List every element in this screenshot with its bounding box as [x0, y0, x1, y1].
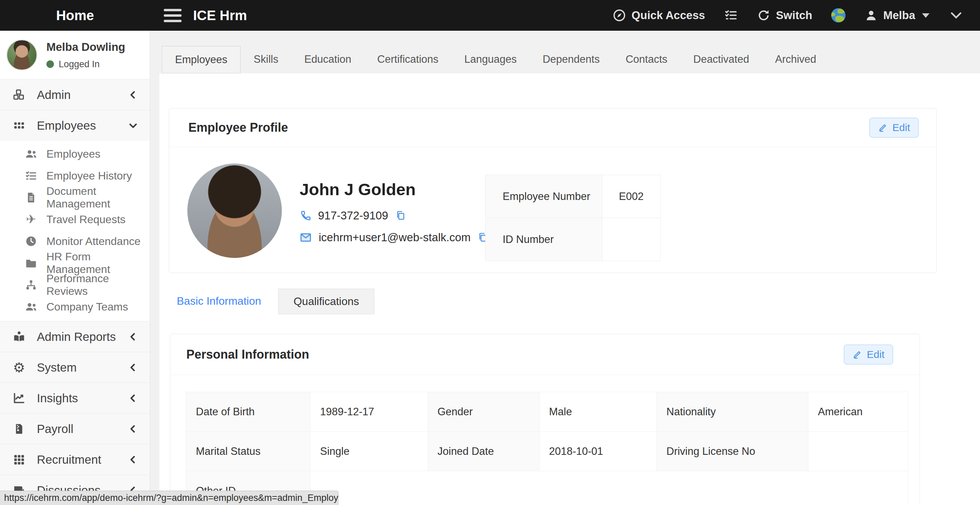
sidebar-item-travel-requests[interactable]: ✈ Travel Requests — [0, 209, 150, 230]
compass-icon — [612, 8, 626, 22]
home-link[interactable]: Home — [0, 8, 150, 23]
field-label: Joined Date — [428, 432, 539, 471]
top-navbar: Home ICE Hrm Quick Access Switch Melba — [0, 0, 980, 31]
sidebar-item-employees[interactable]: Employees — [0, 143, 150, 165]
pencil-icon — [878, 123, 888, 132]
field-value: Single — [310, 432, 428, 471]
field-value — [808, 432, 908, 471]
sidebar-item-monitor-attendance[interactable]: Monitor Attendance — [0, 230, 150, 252]
phone-icon — [300, 210, 311, 221]
file-icon — [24, 192, 38, 203]
language-globe-icon[interactable] — [831, 8, 846, 22]
sidebar-section-label: Employees — [37, 119, 96, 132]
field-value: 1989-12-17 — [310, 392, 428, 432]
detail-subtabs: Basic Information Qualifications — [162, 289, 980, 314]
user-menu[interactable]: Melba — [865, 9, 929, 22]
module-tabs: Employees Skills Education Certification… — [162, 46, 980, 73]
sidebar-section-insights[interactable]: Insights — [0, 383, 150, 414]
field-label: Marital Status — [186, 432, 310, 471]
switch-user-button[interactable]: Switch — [757, 8, 812, 22]
tab-skills[interactable]: Skills — [240, 46, 291, 73]
sidebar-item-employee-history[interactable]: Employee History — [0, 165, 150, 186]
sidebar-section-admin-reports[interactable]: Admin Reports — [0, 322, 150, 352]
field-value: 2018-10-01 — [539, 432, 657, 471]
copy-phone-icon[interactable] — [395, 210, 406, 221]
employee-profile-title: Employee Profile — [188, 121, 288, 135]
book-reader-icon — [11, 330, 27, 343]
gears-icon: ⚙ — [11, 361, 27, 374]
tab-education[interactable]: Education — [291, 46, 364, 73]
personal-information-edit-button[interactable]: Edit — [844, 345, 893, 365]
payroll-file-icon — [11, 423, 27, 435]
subtab-basic-information[interactable]: Basic Information — [162, 289, 276, 314]
hamburger-menu-icon[interactable] — [164, 9, 181, 22]
sidebar-section-admin[interactable]: Admin — [0, 80, 150, 110]
employee-email[interactable]: icehrm+user1@web-stalk.com — [319, 231, 471, 244]
sidebar-item-performance-reviews[interactable]: Performance Reviews — [0, 274, 150, 296]
app-title: ICE Hrm — [193, 8, 247, 23]
sidebar-section-label: System — [37, 361, 77, 374]
field-label: Employee Number — [485, 175, 602, 218]
user-icon — [865, 9, 878, 22]
chevron-left-icon — [128, 332, 138, 342]
username-label: Melba — [883, 9, 915, 22]
plane-icon: ✈ — [24, 213, 38, 226]
chevron-left-icon — [128, 362, 138, 373]
employees-submenu: Employees Employee History Document Mana… — [0, 141, 150, 322]
personal-information-card: Personal Information Edit Date of Birth … — [170, 334, 920, 505]
sidebar-section-payroll[interactable]: Payroll — [0, 414, 150, 444]
status-url: https://icehrm.com/app/demo-icehrm/?g=ad… — [4, 493, 339, 503]
employee-phone[interactable]: 917-372-9109 — [318, 209, 388, 222]
sidebar-section-label: Insights — [37, 391, 78, 405]
subtab-qualifications[interactable]: Qualifications — [278, 289, 374, 314]
chevron-left-icon — [128, 454, 138, 465]
field-value: E002 — [602, 175, 660, 218]
sidebar-section-system[interactable]: ⚙ System — [0, 352, 150, 383]
online-status-dot — [46, 61, 54, 68]
user-avatar — [6, 39, 38, 71]
chevron-left-icon — [128, 424, 138, 434]
content-panel: Employee Profile Edit John J Golden 917-… — [159, 73, 980, 505]
tab-languages[interactable]: Languages — [452, 46, 530, 73]
tab-deactivated[interactable]: Deactivated — [680, 46, 762, 73]
sidebar-section-employees[interactable]: Employees — [0, 110, 150, 141]
tasks-button[interactable] — [724, 8, 738, 22]
tab-certifications[interactable]: Certifications — [364, 46, 452, 73]
list-check-icon — [24, 170, 38, 182]
cubes-icon — [11, 88, 27, 102]
clock-icon — [24, 235, 38, 247]
field-label: Gender — [428, 392, 539, 432]
tab-contacts[interactable]: Contacts — [612, 46, 680, 73]
grid-icon — [11, 119, 27, 132]
employee-name: John J Golden — [300, 180, 415, 199]
field-value: Male — [539, 392, 657, 432]
sidebar-section-label: Recruitment — [37, 453, 101, 467]
employee-photo — [187, 163, 282, 258]
chevron-left-icon — [128, 90, 138, 100]
email-icon — [300, 231, 312, 244]
users-icon — [24, 147, 38, 160]
tab-dependents[interactable]: Dependents — [530, 46, 612, 73]
quick-access-button[interactable]: Quick Access — [612, 8, 705, 22]
field-value: American — [808, 392, 908, 432]
user-fullname: Melba Dowling — [46, 41, 125, 54]
sidebar-item-hr-form-management[interactable]: HR Form Management — [0, 252, 150, 274]
tab-employees[interactable]: Employees — [162, 46, 240, 73]
sidebar-item-document-management[interactable]: Document Management — [0, 186, 150, 209]
sidebar-section-recruitment[interactable]: Recruitment — [0, 444, 150, 475]
employee-profile-edit-button[interactable]: Edit — [869, 118, 919, 137]
field-label: Date of Birth — [186, 392, 310, 432]
switch-label: Switch — [776, 9, 812, 22]
sidebar-section-label: Payroll — [37, 422, 73, 436]
sidebar-user-profile: Melba Dowling Logged In — [0, 31, 150, 80]
table-row: Date of Birth 1989-12-17 Gender Male Nat… — [186, 392, 908, 432]
tab-archived[interactable]: Archived — [762, 46, 829, 73]
collapse-topbar-chevron[interactable] — [948, 8, 964, 23]
personal-information-table: Date of Birth 1989-12-17 Gender Male Nat… — [186, 392, 908, 505]
chevron-down-icon — [128, 121, 138, 131]
chart-line-icon — [11, 392, 27, 405]
sidebar-item-company-teams[interactable]: Company Teams — [0, 296, 150, 318]
field-label: Driving License No — [657, 432, 808, 471]
employee-id-table: Employee Number E002 ID Number — [485, 175, 660, 261]
field-value — [310, 471, 908, 505]
